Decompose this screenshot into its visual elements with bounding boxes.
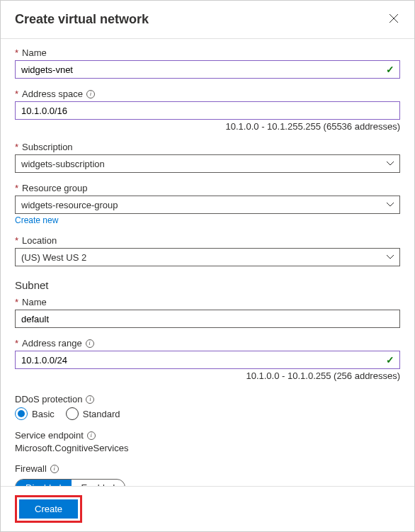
ddos-radio-standard[interactable]: Standard (66, 407, 120, 420)
service-endpoint-label: Service endpoint (15, 430, 84, 441)
info-icon[interactable]: i (86, 339, 94, 348)
field-resource-group: * Resource group widgets-resource-group … (15, 183, 400, 225)
required-indicator: * (15, 183, 18, 193)
field-name: * Name ✓ (15, 47, 400, 79)
field-location: * Location (US) West US 2 (15, 235, 400, 266)
required-indicator: * (15, 338, 18, 349)
field-subscription: * Subscription widgets-subscription (15, 142, 400, 173)
ddos-label: DDoS protection (15, 394, 82, 404)
create-new-link[interactable]: Create new (15, 215, 58, 225)
panel-footer: Create (1, 486, 414, 531)
radio-icon (66, 407, 79, 420)
field-ddos: DDoS protection i Basic Standard (15, 394, 400, 420)
address-space-input[interactable] (15, 101, 400, 120)
chevron-down-icon (386, 161, 394, 166)
field-subnet-range: * Address range i ✓ 10.1.0.0 - 10.1.0.25… (15, 338, 400, 381)
close-icon[interactable] (385, 11, 403, 28)
address-space-hint: 10.1.0.0 - 10.1.255.255 (65536 addresses… (15, 121, 400, 132)
location-select[interactable]: (US) West US 2 (15, 248, 400, 266)
checkmark-icon: ✓ (386, 354, 394, 366)
required-indicator: * (15, 47, 18, 58)
name-input[interactable] (15, 60, 400, 79)
required-indicator: * (15, 297, 18, 307)
ddos-basic-label: Basic (32, 409, 55, 419)
service-endpoint-value: Microsoft.CognitiveServices (15, 443, 400, 453)
create-button[interactable]: Create (19, 499, 78, 519)
chevron-down-icon (386, 202, 394, 208)
required-indicator: * (15, 235, 18, 246)
resource-group-select[interactable]: widgets-resource-group (15, 196, 400, 214)
info-icon[interactable]: i (86, 90, 95, 98)
name-label: Name (22, 47, 47, 58)
resource-group-value: widgets-resource-group (21, 200, 118, 210)
panel-body: * Name ✓ * Address space i 10.1.0.0 - 10… (1, 39, 414, 513)
checkmark-icon: ✓ (386, 64, 394, 75)
panel-title: Create virtual network (15, 12, 149, 27)
create-highlight: Create (15, 495, 82, 523)
ddos-standard-label: Standard (83, 409, 120, 419)
subnet-range-label: Address range (22, 338, 82, 349)
panel-header: Create virtual network (1, 1, 414, 39)
address-space-label: Address space (22, 89, 83, 99)
info-icon[interactable]: i (87, 431, 96, 440)
subnet-name-label: Name (22, 297, 47, 307)
location-value: (US) West US 2 (21, 252, 86, 263)
required-indicator: * (15, 142, 18, 152)
required-indicator: * (15, 89, 18, 99)
subnet-name-input[interactable] (15, 310, 400, 328)
ddos-radio-basic[interactable]: Basic (15, 407, 55, 420)
info-icon[interactable]: i (86, 395, 94, 404)
field-subnet-name: * Name (15, 297, 400, 328)
subscription-select[interactable]: widgets-subscription (15, 154, 400, 173)
chevron-down-icon (386, 254, 394, 260)
field-service-endpoint: Service endpoint i Microsoft.CognitiveSe… (15, 430, 400, 453)
subscription-label: Subscription (22, 142, 73, 152)
subscription-value: widgets-subscription (21, 159, 105, 169)
resource-group-label: Resource group (22, 183, 88, 193)
subnet-range-input[interactable] (15, 351, 400, 369)
info-icon[interactable]: i (50, 465, 59, 473)
subnet-heading: Subnet (15, 279, 400, 291)
radio-icon (15, 407, 28, 420)
field-address-space: * Address space i 10.1.0.0 - 10.1.255.25… (15, 89, 400, 132)
subnet-range-hint: 10.1.0.0 - 10.1.0.255 (256 addresses) (15, 370, 400, 381)
location-label: Location (22, 235, 57, 246)
firewall-label: Firewall (15, 463, 47, 474)
